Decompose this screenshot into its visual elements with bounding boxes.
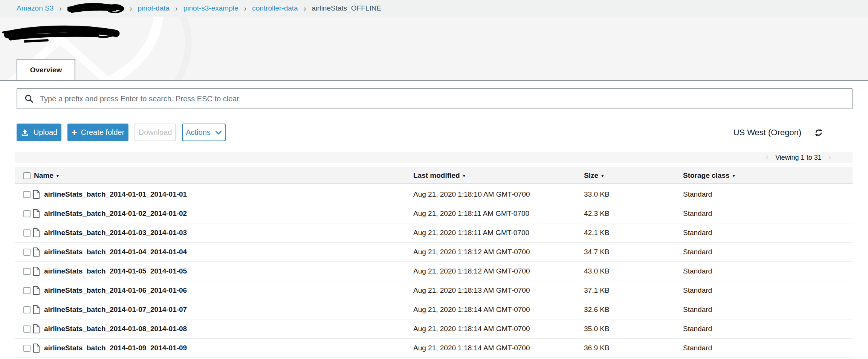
download-button-label: Download bbox=[139, 128, 172, 137]
tab-overview[interactable]: Overview bbox=[17, 59, 75, 81]
object-name-link[interactable]: airlineStats_batch_2014-01-05_2014-01-05 bbox=[44, 267, 187, 275]
upload-button[interactable]: Upload bbox=[17, 124, 61, 141]
table-row: airlineStats_batch_2014-01-08_2014-01-08… bbox=[15, 319, 853, 339]
object-name-link[interactable]: airlineStats_batch_2014-01-04_2014-01-04 bbox=[44, 248, 187, 256]
pagination-bar: ‹ Viewing 1 to 31 › bbox=[15, 152, 853, 163]
create-folder-button[interactable]: + Create folder bbox=[67, 124, 128, 141]
sort-caret-icon: ▾ bbox=[733, 173, 735, 179]
column-header-last-modified[interactable]: Last modified ▾ bbox=[413, 171, 584, 180]
object-size: 42.1 KB bbox=[584, 229, 683, 237]
breadcrumb-pinot-data[interactable]: pinot-data bbox=[138, 4, 170, 12]
object-last-modified: Aug 21, 2020 1:18:10 AM GMT-0700 bbox=[413, 190, 584, 199]
select-all-checkbox[interactable] bbox=[23, 172, 31, 179]
search-box bbox=[17, 88, 853, 109]
column-header-last-modified-label: Last modified bbox=[413, 171, 460, 180]
file-icon bbox=[32, 343, 40, 353]
object-storage-class: Standard bbox=[683, 286, 853, 295]
row-checkbox[interactable] bbox=[23, 249, 31, 256]
pagination-next-icon[interactable]: › bbox=[828, 153, 831, 162]
row-checkbox[interactable] bbox=[23, 287, 31, 294]
file-icon bbox=[32, 305, 40, 315]
row-checkbox[interactable] bbox=[23, 210, 31, 217]
table-row: airlineStats_batch_2014-01-09_2014-01-09… bbox=[15, 339, 853, 358]
breadcrumb-separator: › bbox=[175, 4, 178, 13]
pagination-prev-icon[interactable]: ‹ bbox=[766, 153, 769, 162]
column-header-storage-class[interactable]: Storage class ▾ bbox=[683, 171, 853, 180]
actions-button[interactable]: Actions bbox=[182, 124, 226, 141]
object-size: 42.3 KB bbox=[584, 209, 683, 218]
search-input[interactable] bbox=[40, 95, 845, 103]
sort-caret-icon: ▾ bbox=[601, 173, 604, 179]
object-size: 36.9 KB bbox=[584, 344, 683, 352]
table-row: airlineStats_batch_2014-01-04_2014-01-04… bbox=[15, 243, 853, 262]
table-row: airlineStats_batch_2014-01-01_2014-01-01… bbox=[15, 185, 853, 204]
refresh-button[interactable] bbox=[814, 128, 823, 137]
object-size: 33.0 KB bbox=[584, 190, 683, 199]
table-row: airlineStats_batch_2014-01-05_2014-01-05… bbox=[15, 262, 853, 281]
column-header-name[interactable]: Name ▾ bbox=[32, 171, 413, 180]
region-area: US West (Oregon) bbox=[733, 124, 823, 141]
actions-button-label: Actions bbox=[186, 128, 211, 137]
breadcrumb-separator: › bbox=[130, 4, 132, 13]
file-icon bbox=[32, 228, 40, 238]
main-content: Upload + Create folder Download Actions … bbox=[0, 81, 868, 359]
column-header-size[interactable]: Size ▾ bbox=[584, 171, 683, 180]
file-icon bbox=[32, 286, 40, 295]
breadcrumb-controller-data[interactable]: controller-data bbox=[252, 4, 298, 12]
pagination-label: Viewing 1 to 31 bbox=[775, 154, 822, 162]
redacted-bucket-name bbox=[67, 2, 124, 14]
object-last-modified: Aug 21, 2020 1:18:13 AM GMT-0700 bbox=[413, 286, 584, 295]
object-storage-class: Standard bbox=[683, 248, 853, 256]
breadcrumb-amazon-s3[interactable]: Amazon S3 bbox=[17, 4, 53, 12]
object-last-modified: Aug 21, 2020 1:18:14 AM GMT-0700 bbox=[413, 325, 584, 333]
row-checkbox[interactable] bbox=[23, 191, 31, 198]
object-size: 43.0 KB bbox=[584, 267, 683, 275]
plus-icon: + bbox=[72, 127, 77, 137]
table-row: airlineStats_batch_2014-01-03_2014-01-03… bbox=[15, 223, 853, 243]
row-checkbox[interactable] bbox=[23, 325, 31, 333]
object-size: 35.0 KB bbox=[584, 325, 683, 333]
object-name-link[interactable]: airlineStats_batch_2014-01-01_2014-01-01 bbox=[44, 190, 187, 199]
breadcrumb-separator: › bbox=[59, 4, 62, 13]
file-icon bbox=[32, 324, 40, 334]
column-header-name-label: Name bbox=[34, 171, 53, 180]
file-icon bbox=[32, 189, 40, 199]
breadcrumb-pinot-s3-example[interactable]: pinot-s3-example bbox=[183, 4, 238, 12]
breadcrumb-current-folder: airlineStats_OFFLINE bbox=[312, 4, 381, 12]
row-checkbox[interactable] bbox=[23, 306, 31, 313]
chevron-down-icon bbox=[215, 130, 222, 135]
row-checkbox[interactable] bbox=[23, 229, 31, 237]
object-name-link[interactable]: airlineStats_batch_2014-01-09_2014-01-09 bbox=[44, 344, 187, 352]
object-name-link[interactable]: airlineStats_batch_2014-01-06_2014-01-06 bbox=[44, 286, 187, 295]
redacted-page-title bbox=[2, 22, 120, 46]
object-storage-class: Standard bbox=[683, 267, 853, 275]
object-storage-class: Standard bbox=[683, 306, 853, 314]
object-name-link[interactable]: airlineStats_batch_2014-01-02_2014-01-02 bbox=[44, 209, 187, 218]
object-last-modified: Aug 21, 2020 1:18:14 AM GMT-0700 bbox=[413, 344, 584, 352]
object-table-header: Name ▾ Last modified ▾ Size ▾ Storage cl… bbox=[15, 167, 853, 184]
sort-caret-icon: ▾ bbox=[57, 173, 59, 179]
breadcrumb-bar: Amazon S3 › › pinot-data › pinot-s3-exam… bbox=[0, 0, 868, 17]
object-storage-class: Standard bbox=[683, 229, 853, 237]
object-last-modified: Aug 21, 2020 1:18:11 AM GMT-0700 bbox=[413, 209, 584, 218]
sort-caret-icon: ▾ bbox=[463, 173, 466, 179]
row-checkbox[interactable] bbox=[23, 345, 31, 352]
upload-icon bbox=[21, 128, 29, 137]
object-name-link[interactable]: airlineStats_batch_2014-01-07_2014-01-07 bbox=[44, 306, 187, 314]
column-header-size-label: Size bbox=[584, 171, 598, 180]
file-icon bbox=[32, 266, 40, 276]
download-button[interactable]: Download bbox=[134, 124, 176, 141]
object-last-modified: Aug 21, 2020 1:18:12 AM GMT-0700 bbox=[413, 267, 584, 275]
object-name-link[interactable]: airlineStats_batch_2014-01-08_2014-01-08 bbox=[44, 325, 187, 333]
file-icon bbox=[32, 209, 40, 218]
object-size: 32.6 KB bbox=[584, 306, 683, 314]
breadcrumb-separator: › bbox=[304, 4, 306, 13]
object-name-link[interactable]: airlineStats_batch_2014-01-03_2014-01-03 bbox=[44, 229, 187, 237]
object-last-modified: Aug 21, 2020 1:18:14 AM GMT-0700 bbox=[413, 306, 584, 314]
page-header: Overview bbox=[0, 17, 868, 81]
search-icon bbox=[24, 94, 34, 104]
region-label: US West (Oregon) bbox=[733, 128, 801, 137]
row-checkbox[interactable] bbox=[23, 268, 31, 275]
breadcrumb-separator: › bbox=[244, 4, 247, 13]
object-storage-class: Standard bbox=[683, 325, 853, 333]
